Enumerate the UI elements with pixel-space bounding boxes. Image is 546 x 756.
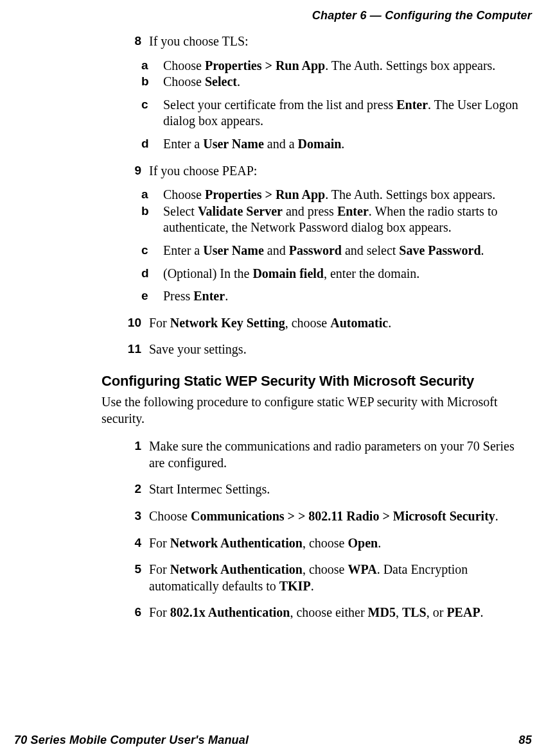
step-8b: b Choose Select. <box>141 74 532 90</box>
sub-body: Select your certificate from the list an… <box>163 97 532 130</box>
page-footer: 70 Series Mobile Computer User's Manual … <box>14 734 532 747</box>
chapter-header: Chapter 6 — Configuring the Computer <box>312 9 532 22</box>
sub-letter: b <box>141 203 163 219</box>
step-body: For 802.1x Authentication, choose either… <box>149 605 532 621</box>
step-8c: c Select your certificate from the list … <box>141 97 532 130</box>
sub-body: Enter a User Name and Password and selec… <box>163 243 532 259</box>
step-body: If you choose PEAP: <box>149 163 532 180</box>
step-body: Start Intermec Settings. <box>149 481 532 498</box>
step-number: 10 <box>116 315 149 331</box>
sec-step-3: 3 Choose Communications > > 802.11 Radio… <box>116 508 532 525</box>
step-number: 1 <box>116 438 149 454</box>
sub-letter: c <box>141 243 163 258</box>
section-heading: Configuring Static WEP Security With Mic… <box>101 372 532 390</box>
step-body: For Network Key Setting, choose Automati… <box>149 315 532 332</box>
step-8-sublist: a Choose Properties > Run App. The Auth.… <box>141 58 532 153</box>
step-number: 8 <box>116 33 149 49</box>
sub-body: Choose Properties > Run App. The Auth. S… <box>163 58 532 74</box>
content: 8 If you choose TLS: a Choose Properties… <box>116 33 532 621</box>
step-9d: d (Optional) In the Domain field, enter … <box>141 266 532 282</box>
step-11: 11 Save your settings. <box>116 341 532 358</box>
sec-step-5: 5 For Network Authentication, choose WPA… <box>116 562 532 594</box>
step-9: 9 If you choose PEAP: <box>116 163 532 180</box>
manual-title: 70 Series Mobile Computer User's Manual <box>14 734 249 747</box>
step-body: If you choose TLS: <box>149 33 532 50</box>
page-number: 85 <box>519 734 532 747</box>
step-9-sublist: a Choose Properties > Run App. The Auth.… <box>141 187 532 305</box>
step-10: 10 For Network Key Setting, choose Autom… <box>116 315 532 332</box>
step-number: 4 <box>116 535 149 551</box>
sub-body: Press Enter. <box>163 288 532 305</box>
page: Chapter 6 — Configuring the Computer 8 I… <box>0 0 546 756</box>
step-body: Save your settings. <box>149 341 532 358</box>
step-body: Make sure the communications and radio p… <box>149 438 532 471</box>
step-number: 3 <box>116 508 149 524</box>
sub-letter: a <box>141 58 163 73</box>
step-8d: d Enter a User Name and a Domain. <box>141 136 532 153</box>
sub-body: Enter a User Name and a Domain. <box>163 136 532 153</box>
sub-letter: c <box>141 97 163 112</box>
sub-letter: d <box>141 266 163 281</box>
step-9b: b Select Validate Server and press Enter… <box>141 203 532 236</box>
sec-step-1: 1 Make sure the communications and radio… <box>116 438 532 471</box>
step-number: 5 <box>116 562 149 577</box>
sub-body: (Optional) In the Domain field, enter th… <box>163 266 532 282</box>
step-number: 9 <box>116 163 149 178</box>
sub-body: Select Validate Server and press Enter. … <box>163 203 532 236</box>
step-number: 11 <box>116 341 149 357</box>
sub-body: Choose Select. <box>163 74 532 90</box>
step-number: 2 <box>116 481 149 497</box>
step-body: For Network Authentication, choose WPA. … <box>149 562 532 594</box>
step-body: Choose Communications > > 802.11 Radio >… <box>149 508 532 525</box>
step-8: 8 If you choose TLS: <box>116 33 532 50</box>
sub-letter: e <box>141 288 163 304</box>
step-9e: e Press Enter. <box>141 288 532 305</box>
sec-step-4: 4 For Network Authentication, choose Ope… <box>116 535 532 552</box>
step-body: For Network Authentication, choose Open. <box>149 535 532 552</box>
sec-step-6: 6 For 802.1x Authentication, choose eith… <box>116 605 532 621</box>
sub-letter: b <box>141 74 163 89</box>
sec-step-2: 2 Start Intermec Settings. <box>116 481 532 498</box>
step-number: 6 <box>116 605 149 620</box>
sub-letter: a <box>141 187 163 202</box>
step-9a: a Choose Properties > Run App. The Auth.… <box>141 187 532 203</box>
sub-letter: d <box>141 136 163 151</box>
section-intro: Use the following procedure to configure… <box>101 394 532 427</box>
sub-body: Choose Properties > Run App. The Auth. S… <box>163 187 532 203</box>
step-8a: a Choose Properties > Run App. The Auth.… <box>141 58 532 74</box>
step-9c: c Enter a User Name and Password and sel… <box>141 243 532 259</box>
